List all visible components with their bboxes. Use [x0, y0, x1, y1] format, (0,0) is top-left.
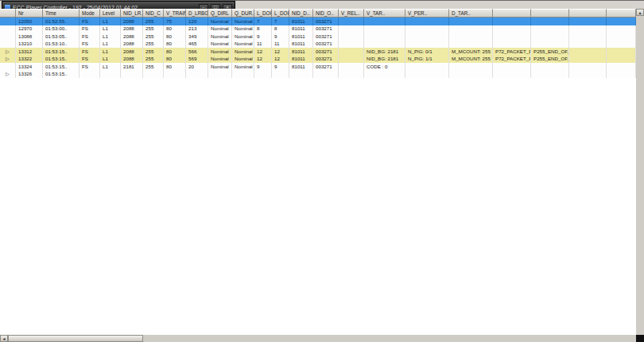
column-header-ldou[interactable]: L_DOU..: [272, 9, 289, 17]
cell: [449, 17, 493, 25]
column-header-ldou[interactable]: L_DOU..: [254, 9, 272, 17]
cell: [493, 33, 531, 41]
table-row[interactable]: ▷1331201:53:15..FSL1208825580566NominalN…: [0, 48, 636, 56]
cell: 01:53:05..: [43, 33, 80, 41]
horizontal-scrollbar[interactable]: ◄: [0, 335, 636, 342]
column-header-nidd[interactable]: NID_D..: [289, 9, 313, 17]
cell: 11: [254, 41, 272, 49]
cell: 8: [254, 25, 272, 33]
cell: 7: [272, 17, 289, 25]
cell: 80: [164, 56, 186, 64]
event-marker-icon: ▷: [0, 48, 16, 56]
table-row[interactable]: ▷1332601:53:15..: [0, 71, 636, 79]
cell: 12: [254, 48, 272, 56]
cell: 9: [272, 63, 289, 71]
table-row[interactable]: 1205001:52:55..FSL1208825575120NominalNo…: [0, 17, 636, 25]
column-header-nidc[interactable]: NID_C: [143, 9, 164, 17]
cell: [254, 71, 272, 79]
cell: [569, 33, 607, 41]
hscroll-thumb[interactable]: [8, 335, 143, 342]
cell: [405, 17, 449, 25]
cell: [569, 63, 607, 71]
cell: [569, 48, 607, 56]
cell: [449, 71, 493, 79]
column-header-nido[interactable]: NID_O..: [313, 9, 339, 17]
cell: 13210: [16, 41, 43, 49]
table-row[interactable]: 1332401:53:15..FSL121812558020NominalNom…: [0, 63, 636, 71]
cell: L1: [100, 17, 121, 25]
cell: 255: [143, 33, 164, 41]
column-header-nidlr[interactable]: NID_LR..: [121, 9, 143, 17]
scroll-up-icon[interactable]: ▲: [636, 9, 644, 16]
cell: Nominal: [232, 33, 254, 41]
table-row[interactable]: 1308801:53:05..FSL1208825580349NominalNo…: [0, 33, 636, 41]
cell: [339, 41, 364, 49]
column-header-blank[interactable]: [569, 9, 607, 17]
cell: 01:52:55..: [43, 17, 80, 25]
cell: 01:53:15..: [43, 71, 80, 79]
column-header-vtar[interactable]: V_TAR..: [364, 9, 405, 17]
cell: [339, 63, 364, 71]
cell: 9: [272, 33, 289, 41]
cell: 13324: [16, 63, 43, 71]
cell: 7: [254, 17, 272, 25]
table-row[interactable]: 1297001:53:00..FSL1208825580213NominalNo…: [0, 25, 636, 33]
cell: 255: [143, 48, 164, 56]
cell: [405, 63, 449, 71]
message-table-window: Edit Settings View NrTimeModeLevelNID_LR…: [0, 0, 644, 80]
cell: [449, 33, 493, 41]
column-header-qdirl[interactable]: Q_DIRL: [208, 9, 232, 17]
cell: [607, 63, 636, 71]
cell: [531, 33, 569, 41]
table-row[interactable]: ▷1332201:53:15..FSL1208825580569NominalN…: [0, 56, 636, 64]
cell: 80: [164, 25, 186, 33]
cell: 003271: [313, 63, 339, 71]
column-header-time[interactable]: Time: [43, 9, 80, 17]
row-marker-cell: [0, 25, 16, 33]
cell: P255_END_OF_I..: [531, 48, 569, 56]
cell: [449, 41, 493, 49]
column-header-dtar[interactable]: D_TAR..: [449, 9, 493, 17]
cell: [569, 41, 607, 49]
column-header-qdur[interactable]: Q_DUR..: [232, 9, 254, 17]
row-marker-cell: [0, 17, 16, 25]
column-header-level[interactable]: Level: [100, 9, 121, 17]
cell: [339, 71, 364, 79]
column-header-vrel[interactable]: V_REL..: [339, 9, 364, 17]
cell: 81011: [289, 17, 313, 25]
cell: M_MCOUNT: 255: [449, 48, 493, 56]
cell: [364, 25, 405, 33]
cell: 12050: [16, 17, 43, 25]
cell: L1: [100, 25, 121, 33]
cell: 003271: [313, 56, 339, 64]
cell: 003271: [313, 33, 339, 41]
column-header-vper[interactable]: V_PER..: [405, 9, 449, 17]
column-header-blank[interactable]: [607, 9, 636, 17]
cell: Nominal: [208, 63, 232, 71]
cell: 12: [272, 48, 289, 56]
scroll-left-icon[interactable]: ◄: [0, 335, 8, 342]
cell: 80: [164, 48, 186, 56]
cell: 003271: [313, 48, 339, 56]
vertical-scrollbar[interactable]: ▲: [636, 9, 644, 335]
cell: 9: [254, 33, 272, 41]
cell: [531, 25, 569, 33]
column-header-nr[interactable]: Nr: [16, 9, 43, 17]
column-header-dlrbg[interactable]: D_LRBG: [186, 9, 208, 17]
cell: M_MCOUNT: 255: [449, 56, 493, 64]
cell: 2088: [121, 33, 143, 41]
table-row[interactable]: 1321001:53:10..FSL1208825580465NominalNo…: [0, 41, 636, 49]
column-header-blank[interactable]: [493, 9, 531, 17]
column-header-mode[interactable]: Mode: [80, 9, 100, 17]
cell: 81011: [289, 33, 313, 41]
cell: FS: [80, 48, 100, 56]
cell: [607, 71, 636, 79]
cell: [607, 33, 636, 41]
cell: Nominal: [208, 17, 232, 25]
column-header-vtrain[interactable]: V_TRAIN: [164, 9, 186, 17]
cell: [569, 25, 607, 33]
cell: Nominal: [232, 25, 254, 33]
column-header-blank[interactable]: [0, 9, 16, 17]
cell: 80: [164, 33, 186, 41]
column-header-blank[interactable]: [531, 9, 569, 17]
